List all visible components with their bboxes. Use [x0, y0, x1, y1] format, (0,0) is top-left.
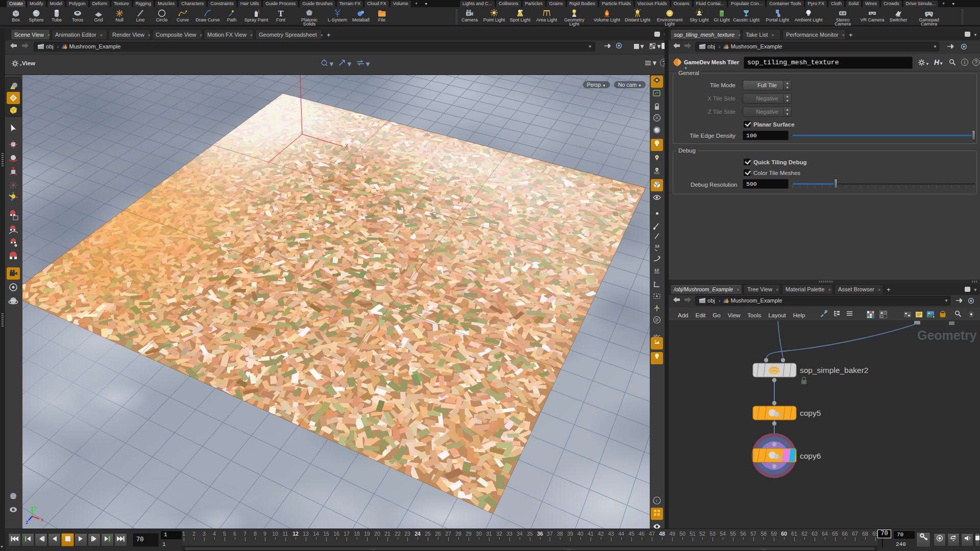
svg-text:T: T: [278, 9, 284, 18]
svg-text:12: 12: [655, 244, 659, 248]
svg-text:x: x: [41, 516, 44, 522]
svg-text:Geometry: Geometry: [917, 328, 977, 342]
svg-text:12: 12: [654, 268, 659, 272]
svg-text:X: X: [345, 143, 349, 149]
svg-text:i: i: [656, 498, 657, 503]
svg-text:y: y: [34, 504, 37, 510]
svg-text:z: z: [26, 519, 29, 525]
